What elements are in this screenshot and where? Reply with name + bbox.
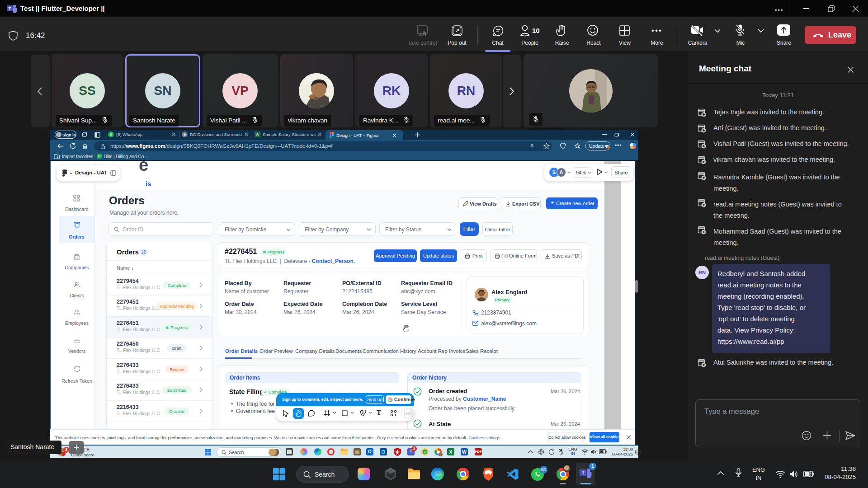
svg-text:T: T bbox=[9, 6, 11, 11]
svg-text:T: T bbox=[581, 470, 585, 475]
